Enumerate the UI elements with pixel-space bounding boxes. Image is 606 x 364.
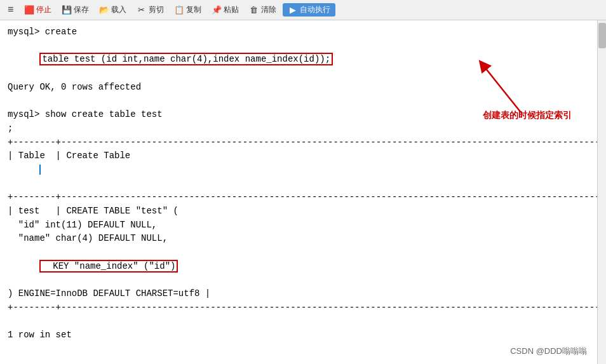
copy-label: 复制 (186, 4, 201, 15)
terminal-line: "name" char(4) DEFAULT NULL, (8, 232, 589, 246)
scrollbar[interactable] (597, 20, 606, 364)
cut-icon: ✂ (137, 5, 147, 15)
stop-icon: 🟥 (24, 5, 34, 15)
load-label: 载入 (111, 4, 126, 15)
copy-icon: 📋 (174, 5, 184, 15)
terminal-line: "id" int(11) DEFAULT NULL, (8, 219, 589, 233)
save-label: 保存 (74, 4, 89, 15)
terminal-line: mysql> show create table test (8, 108, 589, 122)
paste-button[interactable]: 📌 粘贴 (208, 3, 243, 17)
load-button[interactable]: 📂 载入 (95, 3, 130, 17)
terminal-line (8, 163, 589, 177)
terminal[interactable]: mysql> create table test (id int,name ch… (0, 20, 597, 364)
stop-button[interactable]: 🟥 停止 (20, 3, 55, 17)
copy-button[interactable]: 📋 复制 (170, 3, 205, 17)
terminal-line: | Table | Create Table (8, 149, 589, 163)
cut-button[interactable]: ✂ 剪切 (133, 3, 168, 17)
scroll-thumb[interactable] (598, 23, 606, 48)
terminal-line-highlighted: table test (id int,name char(4),index na… (8, 39, 589, 81)
paste-label: 粘贴 (224, 4, 239, 15)
highlighted-key: KEY "name_index" ("id") (39, 260, 178, 273)
save-button[interactable]: 💾 保存 (58, 3, 93, 17)
clear-button[interactable]: 🗑 清除 (245, 3, 280, 17)
terminal-line: 1 row in set (8, 328, 589, 342)
hamburger-menu[interactable]: ≡ (4, 3, 18, 17)
cut-label: 剪切 (149, 4, 164, 15)
clear-label: 清除 (261, 4, 276, 15)
cursor (39, 165, 41, 175)
terminal-line: mysql> create (8, 25, 589, 39)
save-icon: 💾 (62, 5, 72, 15)
watermark: CSDN @DDD嗡嗡嗡 (510, 345, 587, 358)
terminal-line: +--------+------------------------------… (8, 136, 589, 150)
paste-icon: 📌 (212, 5, 222, 15)
clear-icon: 🗑 (249, 5, 259, 15)
toolbar: ≡ 🟥 停止 💾 保存 📂 载入 ✂ 剪切 📋 复制 📌 粘贴 🗑 清除 ▶ 自… (0, 0, 606, 20)
terminal-line-key: KEY "name_index" ("id") (8, 246, 589, 287)
highlighted-command: table test (id int,name char(4),index na… (39, 53, 333, 65)
stop-label: 停止 (36, 4, 51, 15)
terminal-line: +--------+------------------------------… (8, 191, 589, 205)
load-icon: 📂 (99, 5, 109, 15)
autorun-button[interactable]: ▶ 自动执行 (283, 3, 335, 17)
terminal-line: ; (8, 122, 589, 136)
main-area: mysql> create table test (id int,name ch… (0, 20, 606, 364)
terminal-line: ) ENGINE=InnoDB DEFAULT CHARSET=utf8 | (8, 287, 589, 301)
terminal-blank (8, 177, 589, 191)
terminal-blank (8, 314, 589, 328)
terminal-line: Query OK, 0 rows affected (8, 81, 589, 95)
autorun-icon: ▶ (288, 5, 298, 15)
terminal-blank (8, 94, 589, 108)
terminal-line: | test | CREATE TABLE "test" ( (8, 205, 589, 219)
terminal-line: +--------+------------------------------… (8, 301, 589, 315)
autorun-label: 自动执行 (300, 4, 330, 15)
